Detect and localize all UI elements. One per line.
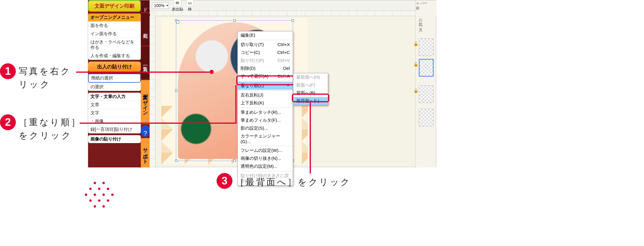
text-input-caption: 文字・文章の入力 [88,93,141,101]
ctx-order[interactable]: 重なり順(Z)▶ [238,82,293,90]
lock-icon[interactable]: 🔒 [413,88,418,93]
callout-connector [235,85,237,124]
ctx-frame-settings[interactable]: フレームの設定(W)... [238,147,293,155]
sub-forward: 前面へ(F) [293,81,328,89]
help-icon[interactable]: ? [141,125,150,137]
ctx-copy[interactable]: コピー(C)Ctrl+C [238,49,293,57]
callout-badge-3: 3 [217,173,232,189]
image-group: 画像の貼り付け [88,135,141,143]
callout-text-1: 写真を右クリック [19,65,86,91]
layer-thumb[interactable] [419,85,434,103]
sidebar-item[interactable]: 面を作る [88,21,141,30]
lock-icon[interactable]: 🔓 [413,62,418,67]
vtab-design[interactable]: 文面デザイン [141,80,150,124]
sub-bring-front: 最前面へ(H) [293,73,328,81]
sidebar-item[interactable]: イン面を作る [88,30,141,38]
vtab-atena[interactable]: 宛名 [141,13,150,45]
vtab-support[interactable]: サポート [141,138,150,167]
sender-paste-icon[interactable]: ✉ [174,0,181,7]
ctx-cut[interactable]: 切り取り(T)Ctrl+X [238,41,293,49]
vtab-guide[interactable]: ド [141,0,150,12]
vertical-tabs: ド 宛名 一覧表 文面デザイン ? サポート [141,0,150,167]
opening-menu-group: オープニングメニュー 面を作る イン面を作る はがき・ラベルなどを作る 人を作成… [88,13,141,60]
callout-badge-1: 1 [0,63,16,79]
opening-menu-caption: オープニングメニュー [88,13,141,21]
callout-text-3: ［最背面へ］をクリック [235,175,351,189]
right-panel: ≫ パー横 お気に入り 🔓 🔓 🔒 [415,0,436,167]
sidebar-item[interactable]: ・画像 [88,117,141,125]
horizontal-ruler [155,11,436,16]
callout-connector [80,123,237,124]
ctx-delete[interactable]: 削除(D)Del [238,65,293,72]
ctx-flip-v[interactable]: 上下反転(K) [238,99,293,107]
ctx-retouch[interactable]: 筆まめレタッチ(R)... [238,108,293,116]
resize-handle[interactable] [175,19,177,22]
ctx-paste: 貼り付け(P)Ctrl+V [238,57,293,65]
callout-text-2: ［重なり順］をクリック [19,116,86,142]
resize-handle[interactable] [175,89,177,92]
frame-icon[interactable]: ▭ [186,0,194,7]
callout-endpoint [210,70,214,74]
layer-thumb-selected[interactable] [419,59,434,77]
vtab-list[interactable]: 一覧表 [141,47,150,79]
ctx-color-changer[interactable]: カラーチェンジャー(G)... [238,132,293,145]
app-window: 文面デザイン印刷 オープニングメニュー 面を作る イン面を作る はがき・ラベルな… [88,0,436,167]
print-design-button[interactable]: 文面デザイン印刷 [88,0,141,12]
sidebar-item[interactable]: はがき・ラベルなどを作る [88,38,141,52]
sidebar-item[interactable]: 文章 [88,101,141,109]
resize-handle[interactable] [233,19,236,22]
layer-thumb[interactable] [419,109,434,126]
sidebar-item[interactable]: の選択 [88,83,141,91]
ctx-shadow[interactable]: 影の設定(S)... [238,124,293,132]
paper-group: 用紙の選択 の選択 [88,74,141,91]
submenu-arrow-icon: ▶ [287,83,290,89]
lock-icon[interactable]: 🔓 [413,41,418,46]
sidebar-item[interactable]: 人を作成・編集する [88,52,141,60]
ctx-filter[interactable]: 筆まめフィルタ(F)... [238,116,293,124]
layer-thumb[interactable] [419,38,434,56]
sub-backward[interactable]: 背面へ(B) [293,89,328,97]
callout-connector [76,72,211,73]
sidebar-item[interactable]: 文字 [88,109,141,117]
toolbar: 100% ✉ 差出貼 ▭ 枠 [150,0,436,11]
ctx-transparent[interactable]: 透明色の設定(M)... [238,162,293,170]
sidebar-item[interactable]: 録[一言項目]貼り付け [88,125,141,133]
resize-handle[interactable] [233,160,236,162]
ctx-select-all[interactable]: すべて選択(A)Ctrl+A [238,72,293,80]
ctx-flip-h[interactable]: 左右反転(J) [238,91,293,99]
resize-handle[interactable] [175,160,177,162]
context-menu: 編集(E) 切り取り(T)Ctrl+X コピー(C)Ctrl+C 貼り付け(P)… [237,31,293,186]
rp-header: ≫ パー横 [416,1,435,11]
sender-paste-caption: 出人の貼り付け [88,62,141,72]
ctx-edit[interactable]: 編集(E) [238,31,293,39]
zoom-select[interactable]: 100% [152,2,169,9]
text-group: 文字・文章の入力 文章 文字 ・画像 録[一言項目]貼り付け [88,93,141,133]
sidebar-item-paper-select[interactable]: 用紙の選択 [88,74,141,83]
decorative-dots [85,182,120,217]
ctx-crop[interactable]: 画像の切り抜き(N)... [238,155,293,162]
order-submenu: 最前面へ(H) 前面へ(F) 背面へ(B) 最背面へ(L) [293,73,328,105]
callout-connector [310,102,311,174]
callout-badge-2: 2 [0,114,16,130]
sidebar: 文面デザイン印刷 オープニングメニュー 面を作る イン面を作る はがき・ラベルな… [88,0,141,167]
image-paste-caption: 画像の貼り付け [88,135,141,143]
vertical-ruler [150,16,155,167]
resize-handle[interactable] [292,19,294,22]
